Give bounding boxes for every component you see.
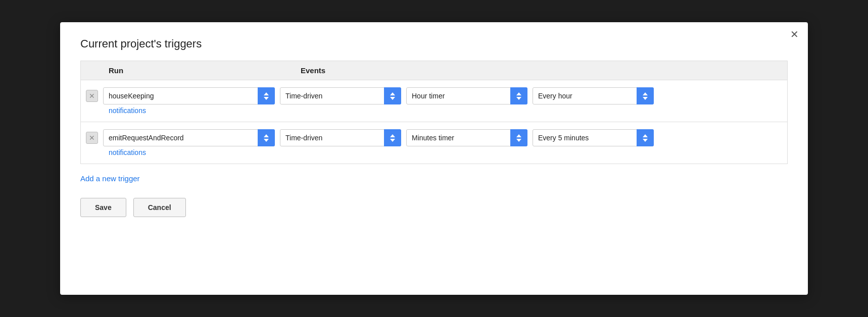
delete-trigger-2-button[interactable]: ✕ (86, 132, 98, 144)
trigger-rows-container: ✕ houseKeeping emitRequestAndRecord (80, 80, 788, 164)
function-select-2-wrapper: houseKeeping emitRequestAndRecord (103, 129, 275, 146)
timer-select-2-wrapper: Hour timer Minutes timer Day timer Week … (406, 129, 527, 146)
event-type-select-1[interactable]: Time-driven From spreadsheet (280, 87, 401, 104)
notifications-link-1[interactable]: notifications (81, 104, 787, 119)
interval-select-2[interactable]: Every minute Every 5 minutes Every 10 mi… (533, 129, 654, 146)
save-button[interactable]: Save (80, 198, 126, 217)
timer-select-2[interactable]: Hour timer Minutes timer Day timer Week … (406, 129, 527, 146)
interval-select-1-wrapper: Every hour Every 2 hours Every 4 hours E… (533, 87, 654, 104)
function-select-1-wrapper: houseKeeping emitRequestAndRecord (103, 87, 275, 104)
cancel-button[interactable]: Cancel (133, 198, 186, 217)
interval-select-1[interactable]: Every hour Every 2 hours Every 4 hours E… (533, 87, 654, 104)
notifications-link-2[interactable]: notifications (81, 146, 787, 161)
modal-dialog: ✕ Current project's triggers Run Events … (60, 22, 808, 295)
trigger-row-1-main: ✕ houseKeeping emitRequestAndRecord (81, 87, 787, 104)
trigger-row-2-main: ✕ houseKeeping emitRequestAndRecord (81, 129, 787, 146)
timer-select-1-wrapper: Hour timer Minutes timer Day timer Week … (406, 87, 527, 104)
event-type-select-1-wrapper: Time-driven From spreadsheet (280, 87, 401, 104)
timer-select-1[interactable]: Hour timer Minutes timer Day timer Week … (406, 87, 527, 104)
column-events-header: Events (301, 66, 325, 75)
interval-select-2-wrapper: Every minute Every 5 minutes Every 10 mi… (533, 129, 654, 146)
function-select-1[interactable]: houseKeeping emitRequestAndRecord (103, 87, 275, 104)
event-type-select-2-wrapper: Time-driven From spreadsheet (280, 129, 401, 146)
add-trigger-link[interactable]: Add a new trigger (80, 174, 140, 183)
table-header: Run Events (80, 61, 788, 80)
close-button[interactable]: ✕ (790, 29, 799, 39)
delete-trigger-1-button[interactable]: ✕ (86, 90, 98, 102)
trigger-row: ✕ houseKeeping emitRequestAndRecord (81, 80, 787, 122)
function-select-2[interactable]: houseKeeping emitRequestAndRecord (103, 129, 275, 146)
action-buttons: Save Cancel (80, 198, 788, 217)
modal-title: Current project's triggers (80, 37, 788, 50)
column-run-header: Run (109, 66, 301, 75)
event-type-select-2[interactable]: Time-driven From spreadsheet (280, 129, 401, 146)
trigger-row-2: ✕ houseKeeping emitRequestAndRecord (81, 122, 787, 164)
modal-overlay: ✕ Current project's triggers Run Events … (0, 0, 868, 317)
